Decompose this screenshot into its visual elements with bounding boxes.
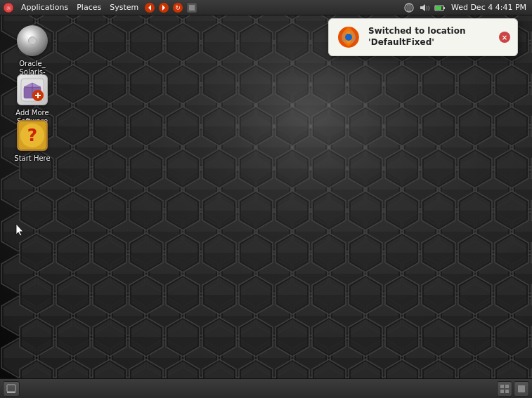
svg-rect-44: [500, 385, 504, 388]
menu-system[interactable]: System: [105, 0, 143, 15]
svg-rect-46: [500, 390, 504, 393]
browser-reload-icon[interactable]: ↻: [171, 1, 185, 15]
svg-text:)))): )))): [426, 6, 430, 11]
bottom-panel: [0, 378, 532, 398]
top-panel: ☼ Applications Places System: [0, 0, 532, 15]
svg-rect-42: [7, 385, 15, 392]
add-software-icon: [15, 73, 49, 107]
svg-marker-23: [420, 4, 425, 11]
svg-rect-43: [7, 392, 15, 393]
notification-popup: Switched to location 'DefaultFixed' ×: [328, 18, 518, 56]
svg-rect-19: [189, 5, 195, 11]
show-desktop-button[interactable]: [3, 381, 20, 397]
browser-forward-icon[interactable]: [157, 1, 171, 15]
panel-right: )))) Wed Dec 4 4:41 PM: [402, 0, 532, 15]
panel-left: ☼ Applications Places System: [0, 0, 199, 15]
taskbar-right: [497, 381, 529, 397]
svg-rect-9: [0, 0, 532, 398]
notification-message: Switched to location 'DefaultFixed': [368, 26, 495, 48]
browser-back-icon[interactable]: [143, 1, 157, 15]
desktop-background: [0, 0, 532, 398]
menu-places[interactable]: Places: [72, 0, 105, 15]
svg-rect-26: [443, 7, 445, 9]
battery-icon[interactable]: [433, 1, 447, 15]
svg-rect-27: [436, 6, 441, 10]
svg-rect-45: [505, 385, 509, 388]
panel-logo[interactable]: ☼: [1, 1, 15, 15]
svg-point-40: [345, 34, 352, 41]
cd-icon: [15, 24, 49, 58]
workspace-1-button[interactable]: [497, 381, 512, 397]
svg-text:↻: ↻: [175, 4, 181, 11]
network-icon[interactable]: [402, 1, 416, 15]
notification-close-button[interactable]: ×: [499, 32, 510, 43]
menu-applications[interactable]: Applications: [17, 0, 72, 15]
browser-stop-icon[interactable]: [185, 1, 199, 15]
start-here-icon: ?: [15, 119, 49, 152]
panel-clock: Wed Dec 4 4:41 PM: [448, 3, 529, 12]
svg-text:☼: ☼: [6, 4, 11, 11]
desktop: ☼ Applications Places System: [0, 0, 532, 398]
volume-icon[interactable]: )))): [417, 1, 432, 15]
notification-app-icon: [336, 25, 361, 50]
desktop-icon-start-here[interactable]: ? Start Here: [7, 116, 58, 166]
start-here-label: Start Here: [13, 154, 51, 164]
workspace-2-button[interactable]: [514, 381, 529, 397]
svg-text:?: ?: [27, 125, 37, 145]
svg-rect-48: [518, 385, 525, 392]
svg-rect-47: [505, 390, 509, 393]
